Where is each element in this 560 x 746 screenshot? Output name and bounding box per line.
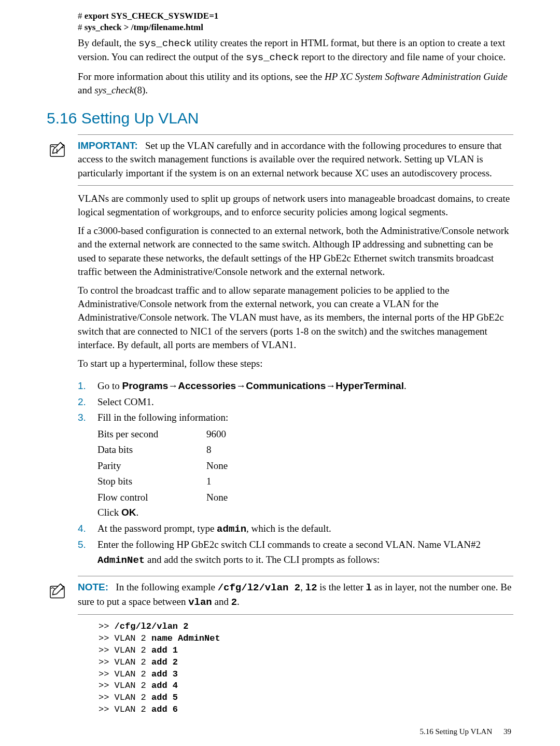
text: Click <box>97 507 121 518</box>
manpage-italic: sys_check <box>94 85 134 95</box>
section-heading: 5.16 Setting Up VLAN <box>47 109 513 127</box>
cli-prompt: >> VLAN 2 <box>99 693 151 702</box>
cli-command: add 2 <box>151 657 178 667</box>
step-5: 5. Enter the following HP GbE2c switch C… <box>78 537 513 568</box>
arrow-icon: → <box>326 380 335 391</box>
inline-code: sys_check <box>246 52 299 63</box>
step-number: 5. <box>78 537 90 568</box>
inline-code: l2 <box>305 582 317 593</box>
cli-command: add 6 <box>151 704 178 714</box>
text: is the letter <box>317 582 366 592</box>
prompt: # <box>78 22 85 32</box>
setting-value: None <box>206 458 228 474</box>
prompt: # <box>78 11 85 21</box>
cli-command: name AdminNet <box>151 633 220 643</box>
menu-item: Communications <box>246 380 326 391</box>
step-3: 3. Fill in the following information: Bi… <box>78 410 513 520</box>
step-number: 3. <box>78 410 90 520</box>
menu-item: HyperTerminal <box>335 380 404 391</box>
text: In the following example <box>116 582 217 592</box>
cli-command: add 3 <box>151 669 178 679</box>
ui-button-label: OK <box>121 507 136 518</box>
text: At the password prompt, type <box>97 523 217 534</box>
setting-name: Data bits <box>97 442 206 458</box>
setting-name: Bits per second <box>97 426 206 443</box>
steps-list: 1. Go to Programs→Accessories→Communicat… <box>78 379 513 568</box>
inline-code: sys_check <box>138 38 192 49</box>
important-body: Set up the VLAN carefully and in accorda… <box>78 140 502 178</box>
cli-prompt: >> VLAN 2 <box>99 704 151 714</box>
text: . <box>237 596 240 607</box>
note-icon-col <box>47 581 74 602</box>
text: . <box>136 507 138 518</box>
important-icon: ! <box>47 139 74 161</box>
text: For more information about this utility … <box>78 71 325 82</box>
cli-prompt: >> VLAN 2 <box>99 681 151 690</box>
step-number: 1. <box>78 379 90 394</box>
inline-code: l <box>366 582 372 593</box>
cli-command: /cfg/l2/vlan 2 <box>115 621 189 631</box>
svg-text:!: ! <box>56 148 58 155</box>
table-row: Stop bits1 <box>97 474 228 490</box>
step-1: 1. Go to Programs→Accessories→Communicat… <box>78 379 513 394</box>
doc-title-italic: HP XC System Software Administration Gui… <box>325 71 508 82</box>
setting-value: 1 <box>206 474 228 490</box>
pencil-note-icon: ! <box>49 140 67 159</box>
cli-command: add 1 <box>151 645 178 655</box>
cli-command: add 4 <box>151 681 178 690</box>
text: and <box>212 596 231 607</box>
cli-prompt: >> VLAN 2 <box>99 657 151 667</box>
setting-value: 9600 <box>206 426 228 443</box>
arrow-icon: → <box>168 380 178 391</box>
inline-command: AdminNet <box>97 555 145 566</box>
setting-name: Flow control <box>97 490 206 506</box>
text: and add the switch ports to it. The CLI … <box>145 554 380 565</box>
paragraph-more-info: For more information about this utility … <box>78 70 513 97</box>
text: (8). <box>134 85 148 95</box>
paragraph-broadcast-control: To control the broadcast traffic and to … <box>78 284 513 352</box>
inline-code: 2 <box>231 597 237 608</box>
setting-value: None <box>206 490 228 506</box>
command: sys_check > /tmp/filename.html <box>85 22 203 32</box>
paragraph-sys-check-desc: By default, the sys_check utility create… <box>78 36 513 64</box>
note-admonition: NOTE: In the following example /cfg/l2/v… <box>78 576 513 614</box>
step-number: 4. <box>78 521 90 537</box>
paragraph-vlan-intro: VLANs are commonly used to split up grou… <box>78 192 513 219</box>
cli-command: add 5 <box>151 693 178 702</box>
command: export SYS_CHECK_SYSWIDE=1 <box>85 11 219 21</box>
footer-page-number: 39 <box>503 727 511 736</box>
important-text: IMPORTANT: Set up the VLAN carefully and… <box>78 139 513 180</box>
menu-item: Accessories <box>178 380 236 391</box>
paragraph-hyperterminal-intro: To start up a hyperterminal, follow thes… <box>78 357 513 370</box>
code-block-top: # export SYS_CHECK_SYSWIDE=1 # sys_check… <box>78 10 513 33</box>
important-label: IMPORTANT: <box>78 140 138 151</box>
cli-prompt: >> VLAN 2 <box>99 633 151 643</box>
table-row: Bits per second9600 <box>97 426 228 443</box>
inline-code: /cfg/l2/vlan 2 <box>218 582 301 593</box>
footer-section: 5.16 Setting Up VLAN <box>420 727 502 736</box>
step-4: 4. At the password prompt, type admin, w… <box>78 521 513 537</box>
table-row: Data bits8 <box>97 442 228 458</box>
text: report to the directory and file name of… <box>299 51 506 62</box>
page-footer: 5.16 Setting Up VLAN 39 <box>47 727 513 736</box>
note-text: NOTE: In the following example /cfg/l2/v… <box>78 581 513 609</box>
text: , <box>300 582 305 592</box>
text: By default, the <box>78 37 138 48</box>
step-number: 2. <box>78 395 90 410</box>
paragraph-c3000-config: If a c3000-based configuration is connec… <box>78 224 513 279</box>
table-row: Flow controlNone <box>97 490 228 506</box>
cli-commands-block: >> /cfg/l2/vlan 2 >> VLAN 2 name AdminNe… <box>99 621 513 716</box>
cli-prompt: >> VLAN 2 <box>99 645 151 655</box>
setting-name: Parity <box>97 458 206 474</box>
text: Enter the following HP GbE2c switch CLI … <box>97 539 481 550</box>
inline-code: vlan <box>188 597 212 608</box>
arrow-icon: → <box>236 380 246 391</box>
cli-prompt: >> <box>99 621 115 631</box>
setting-name: Stop bits <box>97 474 206 490</box>
important-admonition: ! IMPORTANT: Set up the VLAN carefully a… <box>78 134 513 186</box>
setting-value: 8 <box>206 442 228 458</box>
step-intro: Fill in the following information: <box>97 412 228 423</box>
step-text: Select COM1. <box>97 395 513 410</box>
cli-prompt: >> VLAN 2 <box>99 669 151 679</box>
pencil-note-icon <box>49 582 67 600</box>
